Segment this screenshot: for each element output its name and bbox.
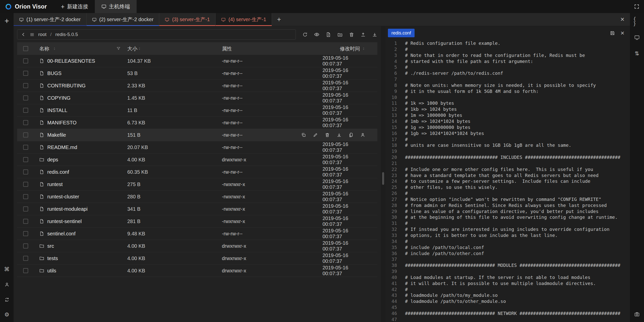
- editor-file-tab[interactable]: redis.conf: [388, 29, 415, 37]
- app-brand[interactable]: Orion Visor: [0, 0, 54, 13]
- row-checkbox[interactable]: [23, 83, 28, 88]
- new-file-icon[interactable]: [326, 32, 331, 37]
- row-checkbox[interactable]: [23, 169, 28, 174]
- table-row[interactable]: redis.conf 60.35 KB -rw-rw-r-- 2019-05-1…: [17, 166, 377, 178]
- scrollbar-handle[interactable]: [382, 172, 384, 185]
- back-icon[interactable]: [21, 32, 26, 37]
- host-terminal-menu[interactable]: 主机终端: [95, 0, 137, 13]
- table-row[interactable]: Makefile 151 B -rw-rw-r-- 2019-05-16 00:…: [17, 129, 377, 141]
- row-checkbox[interactable]: [23, 71, 28, 76]
- table-row[interactable]: deps 4.00 KB drwxrwxr-x 2019-05-16 00:07…: [17, 154, 377, 166]
- row-checkbox[interactable]: [23, 194, 28, 199]
- settings-gear-icon[interactable]: ⚙: [3, 311, 11, 318]
- table-row[interactable]: runtest-cluster 280 B -rwxrwxr-x 2019-05…: [17, 191, 377, 203]
- fullscreen-icon[interactable]: [629, 0, 644, 13]
- table-row[interactable]: INSTALL 11 B -rw-rw-r-- 2019-05-16 00:07…: [17, 104, 377, 117]
- column-mtime-label[interactable]: 修改时间: [340, 45, 360, 52]
- terminal-tab[interactable]: (3) server-生产-1: [159, 13, 216, 26]
- show-hidden-eye-icon[interactable]: [314, 32, 319, 37]
- filter-icon[interactable]: [116, 46, 121, 51]
- file-name-label[interactable]: runtest-cluster: [47, 194, 79, 200]
- select-all-checkbox[interactable]: [23, 46, 28, 51]
- rail-new-connection-icon[interactable]: +: [3, 17, 11, 25]
- refresh-icon[interactable]: [302, 32, 308, 37]
- row-checkbox[interactable]: [23, 120, 28, 125]
- file-name-label[interactable]: INSTALL: [47, 108, 67, 113]
- table-row[interactable]: runtest-moduleapi 341 B -rwxrwxr-x 2019-…: [17, 203, 377, 215]
- table-row[interactable]: src 4.00 KB drwxrwxr-x 2019-05-16 00:07:…: [17, 240, 377, 252]
- file-name-label[interactable]: runtest-moduleapi: [47, 206, 88, 212]
- row-checkbox[interactable]: [23, 231, 28, 236]
- file-name-label[interactable]: src: [47, 243, 54, 249]
- table-row[interactable]: 00-RELEASENOTES 104.37 KB -rw-rw-r-- 201…: [17, 55, 377, 67]
- table-row[interactable]: utils 4.00 KB drwxrwxr-x 2019-05-16 00:0…: [17, 265, 377, 277]
- file-name-label[interactable]: deps: [47, 157, 58, 163]
- column-size-label[interactable]: 大小: [127, 45, 137, 52]
- terminal-tab[interactable]: (1) server-生产-2 docker: [14, 13, 87, 26]
- table-row[interactable]: README.md 20.07 KB -rw-rw-r-- 2019-05-16…: [17, 141, 377, 154]
- terminal-tab[interactable]: (2) server-生产-2 docker: [87, 13, 159, 26]
- breadcrumb-root[interactable]: root: [38, 32, 47, 37]
- editor-close-icon[interactable]: ×: [621, 30, 624, 36]
- sort-name-icon[interactable]: [53, 47, 56, 50]
- file-name-label[interactable]: README.md: [47, 145, 77, 150]
- terminal-tab[interactable]: (4) server-生产-1: [216, 13, 272, 26]
- new-connection-button[interactable]: + 新建连接: [54, 0, 95, 13]
- file-list-icon[interactable]: [30, 32, 34, 37]
- save-icon[interactable]: [610, 30, 615, 36]
- tabbar-close-icon[interactable]: ×: [615, 13, 630, 26]
- table-row[interactable]: MANIFESTO 6.73 KB -rw-rw-r-- 2019-05-16 …: [17, 117, 377, 129]
- command-snippet-icon[interactable]: ⌘: [3, 266, 11, 273]
- permission-icon[interactable]: [360, 132, 365, 137]
- file-name-label[interactable]: CONTRIBUTING: [47, 83, 86, 89]
- screenshot-icon[interactable]: [633, 310, 641, 318]
- row-checkbox[interactable]: [23, 243, 28, 248]
- file-name-label[interactable]: redis.conf: [47, 169, 69, 175]
- row-checkbox[interactable]: [23, 132, 28, 137]
- copy-icon[interactable]: [301, 132, 306, 137]
- row-checkbox[interactable]: [23, 145, 28, 150]
- row-checkbox[interactable]: [23, 268, 28, 273]
- file-name-label[interactable]: BUGS: [47, 70, 62, 76]
- row-checkbox[interactable]: [23, 206, 28, 211]
- table-row[interactable]: runtest 275 B -rwxrwxr-x 2019-05-16 00:0…: [17, 178, 377, 191]
- file-name-label[interactable]: 00-RELEASENOTES: [47, 58, 95, 64]
- table-row[interactable]: sentinel.conf 9.48 KB -rw-rw-r-- 2019-05…: [17, 228, 377, 240]
- copy-path-icon[interactable]: [348, 132, 353, 137]
- delete-icon[interactable]: [325, 132, 330, 137]
- file-name-label[interactable]: COPYING: [47, 95, 70, 101]
- sftp-transfer-icon[interactable]: [3, 296, 11, 303]
- file-name-label[interactable]: sentinel.conf: [47, 231, 75, 237]
- sort-size-icon[interactable]: [138, 47, 141, 50]
- transfer-updown-icon[interactable]: ⇅: [633, 50, 641, 57]
- sort-mtime-icon[interactable]: [362, 47, 365, 50]
- file-name-label[interactable]: utils: [47, 268, 56, 274]
- table-row[interactable]: runtest-sentinel 281 B -rwxrwxr-x 2019-0…: [17, 215, 377, 228]
- add-tab-button[interactable]: +: [272, 13, 286, 26]
- row-checkbox[interactable]: [23, 219, 28, 224]
- editor-content[interactable]: 1 # Redis configuration file example. 2 …: [385, 40, 630, 322]
- row-checkbox[interactable]: [23, 157, 28, 162]
- table-row[interactable]: CONTRIBUTING 2.33 KB -rw-rw-r-- 2019-05-…: [17, 80, 377, 92]
- file-name-label[interactable]: tests: [47, 256, 58, 261]
- pane-divider[interactable]: [381, 26, 385, 322]
- file-name-label[interactable]: runtest-sentinel: [47, 219, 82, 224]
- toolbar-download-icon[interactable]: [372, 32, 377, 37]
- display-settings-icon[interactable]: [633, 34, 641, 41]
- edit-icon[interactable]: [313, 132, 318, 137]
- row-checkbox[interactable]: [23, 182, 28, 187]
- user-icon[interactable]: [3, 281, 11, 288]
- row-checkbox[interactable]: [23, 58, 28, 63]
- toolbar-delete-icon[interactable]: [349, 32, 354, 37]
- table-row[interactable]: tests 4.00 KB drwxrwxr-x 2019-05-16 00:0…: [17, 252, 377, 265]
- path-bar[interactable]: root / redis-5.0.5: [17, 29, 296, 40]
- row-checkbox[interactable]: [23, 256, 28, 261]
- file-name-label[interactable]: Makefile: [47, 132, 66, 138]
- json-config-icon[interactable]: { }: [633, 18, 641, 25]
- upload-icon[interactable]: [360, 32, 366, 37]
- breadcrumb-current[interactable]: redis-5.0.5: [55, 32, 78, 37]
- column-name-label[interactable]: 名称: [39, 45, 49, 52]
- table-row[interactable]: BUGS 53 B -rw-rw-r-- 2019-05-16 00:07:37: [17, 67, 377, 80]
- table-row[interactable]: COPYING 1.45 KB -rw-rw-r-- 2019-05-16 00…: [17, 92, 377, 104]
- row-checkbox[interactable]: [23, 95, 28, 100]
